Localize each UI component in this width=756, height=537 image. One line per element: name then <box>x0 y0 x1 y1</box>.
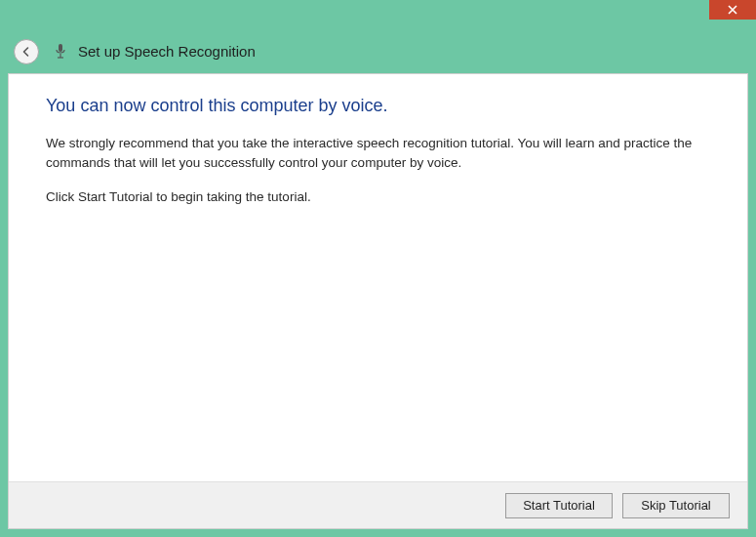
close-button[interactable] <box>709 0 756 20</box>
wizard-title: Set up Speech Recognition <box>78 43 256 60</box>
svg-rect-0 <box>59 44 62 52</box>
wizard-footer: Start Tutorial Skip Tutorial <box>9 481 747 528</box>
titlebar <box>0 0 756 29</box>
skip-tutorial-button[interactable]: Skip Tutorial <box>622 493 730 518</box>
start-tutorial-button[interactable]: Start Tutorial <box>505 493 613 518</box>
arrow-left-icon <box>20 45 33 59</box>
instruction-paragraph-1: We strongly recommend that you take the … <box>46 134 710 172</box>
page-heading: You can now control this computer by voi… <box>46 96 710 116</box>
instruction-paragraph-2: Click Start Tutorial to begin taking the… <box>46 187 710 207</box>
back-button[interactable] <box>14 39 39 64</box>
wizard-header: Set up Speech Recognition <box>0 29 756 73</box>
content-area: You can now control this computer by voi… <box>9 74 747 207</box>
close-icon <box>728 5 737 15</box>
wizard-content-panel: You can now control this computer by voi… <box>8 73 748 529</box>
microphone-icon <box>55 43 66 61</box>
